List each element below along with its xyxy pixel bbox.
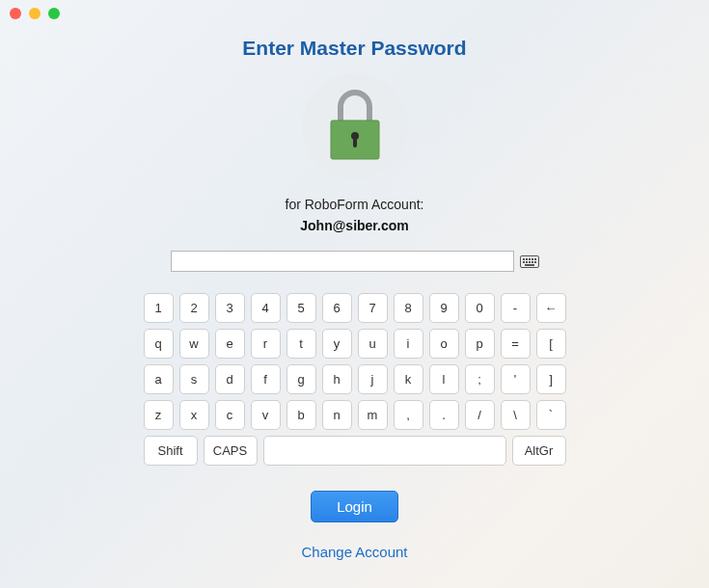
- key-w[interactable]: w: [179, 329, 209, 359]
- key-g[interactable]: g: [286, 364, 316, 394]
- key-4[interactable]: 4: [251, 293, 281, 323]
- key-s[interactable]: s: [179, 364, 209, 394]
- main-content: Enter Master Password for RoboForm Accou…: [0, 0, 709, 560]
- keyboard-row-4: z x c v b n m , . / \ `: [144, 400, 566, 430]
- key-7[interactable]: 7: [358, 293, 388, 323]
- key-d[interactable]: d: [215, 364, 245, 394]
- virtual-keyboard: 1 2 3 4 5 6 7 8 9 0 - ← q w e r t y u i …: [144, 293, 566, 466]
- key-caps[interactable]: CAPS: [204, 436, 258, 466]
- key-8[interactable]: 8: [394, 293, 423, 323]
- key-l[interactable]: l: [429, 364, 459, 394]
- key-9[interactable]: 9: [429, 293, 459, 323]
- key-backtick[interactable]: `: [536, 400, 566, 430]
- svg-rect-9: [523, 261, 525, 263]
- svg-rect-12: [532, 261, 533, 263]
- lock-icon: [321, 88, 389, 165]
- key-y[interactable]: y: [322, 329, 352, 359]
- svg-rect-8: [534, 258, 536, 260]
- key-semicolon[interactable]: ;: [465, 364, 495, 394]
- change-account-link[interactable]: Change Account: [301, 544, 407, 560]
- key-e[interactable]: e: [215, 329, 245, 359]
- svg-rect-4: [523, 258, 525, 260]
- svg-rect-6: [529, 258, 531, 260]
- svg-rect-10: [526, 261, 528, 263]
- key-a[interactable]: a: [144, 364, 174, 394]
- key-period[interactable]: .: [429, 400, 459, 430]
- key-2[interactable]: 2: [179, 293, 209, 323]
- key-3[interactable]: 3: [215, 293, 245, 323]
- key-p[interactable]: p: [465, 329, 495, 359]
- key-i[interactable]: i: [394, 329, 423, 359]
- key-t[interactable]: t: [286, 329, 316, 359]
- key-1[interactable]: 1: [144, 293, 174, 323]
- key-j[interactable]: j: [358, 364, 388, 394]
- keyboard-toggle-icon[interactable]: [520, 254, 539, 268]
- key-m[interactable]: m: [358, 400, 388, 430]
- key-h[interactable]: h: [322, 364, 352, 394]
- key-r[interactable]: r: [251, 329, 281, 359]
- key-v[interactable]: v: [251, 400, 281, 430]
- key-z[interactable]: z: [144, 400, 174, 430]
- key-shift[interactable]: Shift: [144, 436, 198, 466]
- key-5[interactable]: 5: [286, 293, 316, 323]
- key-q[interactable]: q: [144, 329, 174, 359]
- key-bracket-close[interactable]: ]: [536, 364, 566, 394]
- login-button[interactable]: Login: [311, 491, 398, 522]
- key-backslash[interactable]: \: [501, 400, 531, 430]
- key-bracket-open[interactable]: [: [536, 329, 566, 359]
- key-apostrophe[interactable]: ': [501, 364, 531, 394]
- keyboard-row-1: 1 2 3 4 5 6 7 8 9 0 - ←: [144, 293, 566, 323]
- key-equals[interactable]: =: [501, 329, 531, 359]
- key-k[interactable]: k: [394, 364, 423, 394]
- account-email: John@siber.com: [300, 218, 408, 233]
- lock-illustration: [302, 73, 408, 179]
- svg-rect-2: [353, 138, 357, 147]
- key-n[interactable]: n: [322, 400, 352, 430]
- close-window-button[interactable]: [10, 8, 21, 19]
- key-dash[interactable]: -: [501, 293, 531, 323]
- master-password-input[interactable]: [171, 251, 514, 272]
- keyboard-row-5: Shift CAPS AltGr: [144, 436, 566, 466]
- key-b[interactable]: b: [286, 400, 316, 430]
- key-0[interactable]: 0: [465, 293, 495, 323]
- svg-rect-14: [525, 264, 534, 266]
- window-traffic-lights: [10, 8, 60, 19]
- key-f[interactable]: f: [251, 364, 281, 394]
- minimize-window-button[interactable]: [29, 8, 41, 19]
- keyboard-row-3: a s d f g h j k l ; ' ]: [144, 364, 566, 394]
- key-u[interactable]: u: [358, 329, 388, 359]
- key-slash[interactable]: /: [465, 400, 495, 430]
- account-label: for RoboForm Account:: [286, 197, 424, 212]
- page-title: Enter Master Password: [242, 37, 466, 60]
- key-altgr[interactable]: AltGr: [512, 436, 566, 466]
- maximize-window-button[interactable]: [48, 8, 60, 19]
- svg-rect-7: [532, 258, 533, 260]
- key-6[interactable]: 6: [322, 293, 352, 323]
- key-backspace[interactable]: ←: [536, 293, 566, 323]
- key-o[interactable]: o: [429, 329, 459, 359]
- svg-rect-11: [529, 261, 531, 263]
- key-c[interactable]: c: [215, 400, 245, 430]
- svg-rect-5: [526, 258, 528, 260]
- password-row: [171, 251, 539, 272]
- svg-rect-13: [534, 261, 536, 263]
- keyboard-row-2: q w e r t y u i o p = [: [144, 329, 566, 359]
- key-x[interactable]: x: [179, 400, 209, 430]
- key-comma[interactable]: ,: [394, 400, 423, 430]
- key-space[interactable]: [263, 436, 506, 466]
